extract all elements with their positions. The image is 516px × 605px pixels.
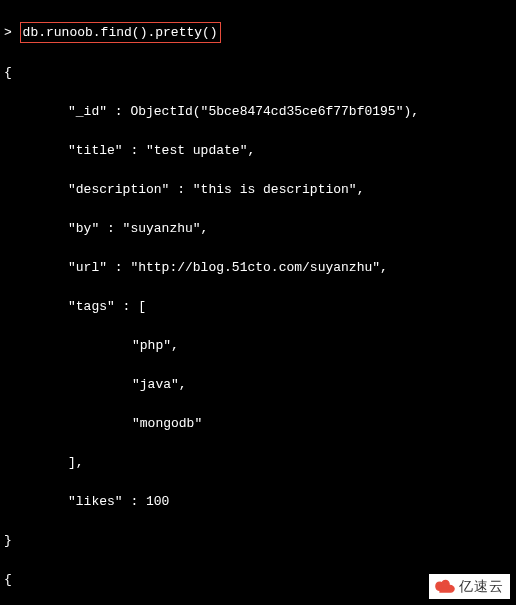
bracket-close: ],	[4, 453, 512, 473]
terminal-output: > db.runoob.find().pretty() { "_id" : Ob…	[0, 0, 516, 605]
doc-tag: "java",	[4, 375, 512, 395]
doc-desc: "description" : "this is description",	[4, 180, 512, 200]
doc-by: "by" : "suyanzhu",	[4, 219, 512, 239]
brace-close: }	[4, 531, 512, 551]
command-line: > db.runoob.find().pretty()	[4, 22, 512, 44]
doc-tags-open: "tags" : [	[4, 297, 512, 317]
command-highlight: db.runoob.find().pretty()	[20, 22, 221, 44]
cloud-icon	[435, 579, 455, 595]
doc-tag: "php",	[4, 336, 512, 356]
brace-open: {	[4, 63, 512, 83]
watermark-text: 亿速云	[459, 576, 504, 597]
command-text: db.runoob.find().pretty()	[23, 25, 218, 40]
doc-url: "url" : "http://blog.51cto.com/suyanzhu"…	[4, 258, 512, 278]
watermark: 亿速云	[429, 574, 510, 599]
doc-tag: "mongodb"	[4, 414, 512, 434]
doc-title: "title" : "test update",	[4, 141, 512, 161]
doc-id: "_id" : ObjectId("5bce8474cd35ce6f77bf01…	[4, 102, 512, 122]
prompt-char: >	[4, 25, 20, 40]
doc-likes: "likes" : 100	[4, 492, 512, 512]
